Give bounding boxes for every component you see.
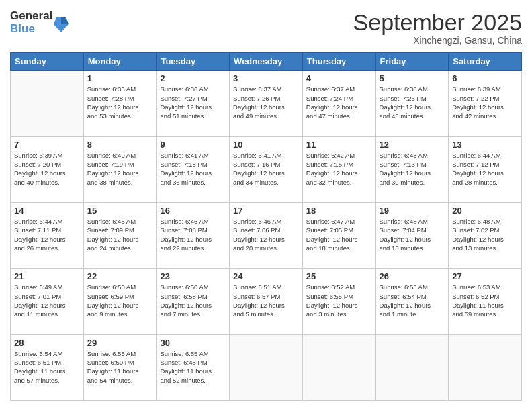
page: General Blue September 2025 Xinchengzi, … [0,0,532,411]
calendar-cell: 25Sunrise: 6:52 AM Sunset: 6:55 PM Dayli… [302,269,375,334]
logo-general: General [10,10,52,23]
day-number: 16 [160,205,226,216]
day-number: 2 [160,73,226,83]
day-header-friday: Friday [375,53,449,71]
calendar-cell: 16Sunrise: 6:46 AM Sunset: 7:08 PM Dayli… [157,203,230,269]
day-number: 27 [452,271,518,281]
cell-info: Sunrise: 6:36 AM Sunset: 7:27 PM Dayligh… [160,85,226,120]
day-number: 29 [87,338,153,348]
calendar-cell: 30Sunrise: 6:55 AM Sunset: 6:48 PM Dayli… [157,334,230,400]
calendar-cell: 24Sunrise: 6:51 AM Sunset: 6:57 PM Dayli… [230,269,303,334]
day-number: 10 [233,140,299,150]
logo: General Blue [10,10,69,35]
day-number: 4 [306,73,372,83]
calendar-cell: 28Sunrise: 6:54 AM Sunset: 6:51 PM Dayli… [11,334,84,400]
cell-info: Sunrise: 6:41 AM Sunset: 7:18 PM Dayligh… [160,151,226,187]
calendar-cell [302,334,375,400]
day-header-sunday: Sunday [11,53,84,71]
day-number: 8 [87,140,153,150]
day-number: 6 [452,73,518,83]
calendar-cell: 11Sunrise: 6:42 AM Sunset: 7:15 PM Dayli… [302,136,375,202]
calendar-cell: 6Sunrise: 6:39 AM Sunset: 7:22 PM Daylig… [449,71,522,136]
cell-info: Sunrise: 6:38 AM Sunset: 7:23 PM Dayligh… [380,85,445,120]
calendar-cell: 19Sunrise: 6:48 AM Sunset: 7:04 PM Dayli… [375,203,449,269]
svg-marker-1 [61,17,69,24]
calendar-cell [11,71,84,136]
cell-info: Sunrise: 6:55 AM Sunset: 6:50 PM Dayligh… [87,349,153,385]
day-number: 12 [380,140,445,150]
cell-info: Sunrise: 6:44 AM Sunset: 7:12 PM Dayligh… [452,151,518,187]
calendar-cell: 18Sunrise: 6:47 AM Sunset: 7:05 PM Dayli… [302,203,375,269]
calendar-cell: 27Sunrise: 6:53 AM Sunset: 6:52 PM Dayli… [449,269,522,334]
calendar-table: SundayMondayTuesdayWednesdayThursdayFrid… [10,52,522,401]
calendar-cell: 4Sunrise: 6:37 AM Sunset: 7:24 PM Daylig… [302,71,375,136]
cell-info: Sunrise: 6:53 AM Sunset: 6:54 PM Dayligh… [380,283,445,318]
day-number: 26 [380,271,445,281]
cell-info: Sunrise: 6:35 AM Sunset: 7:28 PM Dayligh… [87,85,153,120]
calendar-cell: 7Sunrise: 6:39 AM Sunset: 7:20 PM Daylig… [11,136,84,202]
day-number: 3 [233,73,299,83]
calendar-cell: 26Sunrise: 6:53 AM Sunset: 6:54 PM Dayli… [375,269,449,334]
cell-info: Sunrise: 6:39 AM Sunset: 7:22 PM Dayligh… [452,85,518,120]
day-number: 7 [14,140,80,150]
day-header-thursday: Thursday [302,53,375,71]
calendar-cell: 5Sunrise: 6:38 AM Sunset: 7:23 PM Daylig… [375,71,449,136]
day-number: 25 [306,271,372,281]
logo-text: General Blue [10,10,52,35]
calendar-cell: 3Sunrise: 6:37 AM Sunset: 7:26 PM Daylig… [230,71,303,136]
day-number: 24 [233,271,299,281]
calendar-cell: 23Sunrise: 6:50 AM Sunset: 6:58 PM Dayli… [157,269,230,334]
calendar-cell [449,334,522,400]
cell-info: Sunrise: 6:44 AM Sunset: 7:11 PM Dayligh… [14,217,80,253]
calendar-cell: 12Sunrise: 6:43 AM Sunset: 7:13 PM Dayli… [375,136,449,202]
cell-info: Sunrise: 6:50 AM Sunset: 6:58 PM Dayligh… [160,283,226,318]
cell-info: Sunrise: 6:40 AM Sunset: 7:19 PM Dayligh… [87,151,153,187]
cell-info: Sunrise: 6:37 AM Sunset: 7:24 PM Dayligh… [306,85,372,120]
calendar-cell: 1Sunrise: 6:35 AM Sunset: 7:28 PM Daylig… [83,71,157,136]
calendar-cell: 8Sunrise: 6:40 AM Sunset: 7:19 PM Daylig… [83,136,157,202]
cell-info: Sunrise: 6:43 AM Sunset: 7:13 PM Dayligh… [380,151,445,187]
day-number: 19 [380,205,445,216]
cell-info: Sunrise: 6:42 AM Sunset: 7:15 PM Dayligh… [306,151,372,187]
day-header-monday: Monday [83,53,157,71]
logo-icon [54,15,69,32]
calendar-cell: 13Sunrise: 6:44 AM Sunset: 7:12 PM Dayli… [449,136,522,202]
title-block: September 2025 Xinchengzi, Gansu, China [353,10,522,46]
day-number: 22 [87,271,153,281]
calendar-cell: 14Sunrise: 6:44 AM Sunset: 7:11 PM Dayli… [11,203,84,269]
logo-blue: Blue [10,23,52,36]
cell-info: Sunrise: 6:47 AM Sunset: 7:05 PM Dayligh… [306,217,372,253]
calendar-cell: 22Sunrise: 6:50 AM Sunset: 6:59 PM Dayli… [83,269,157,334]
day-number: 15 [87,205,153,216]
day-number: 20 [452,205,518,216]
day-number: 17 [233,205,299,216]
day-number: 21 [14,271,80,281]
day-number: 18 [306,205,372,216]
day-number: 14 [14,205,80,216]
month-title: September 2025 [353,10,522,35]
cell-info: Sunrise: 6:41 AM Sunset: 7:16 PM Dayligh… [233,151,299,187]
calendar-cell [230,334,303,400]
cell-info: Sunrise: 6:53 AM Sunset: 6:52 PM Dayligh… [452,283,518,318]
header: General Blue September 2025 Xinchengzi, … [10,10,522,46]
cell-info: Sunrise: 6:39 AM Sunset: 7:20 PM Dayligh… [14,151,80,187]
cell-info: Sunrise: 6:37 AM Sunset: 7:26 PM Dayligh… [233,85,299,120]
cell-info: Sunrise: 6:45 AM Sunset: 7:09 PM Dayligh… [87,217,153,253]
cell-info: Sunrise: 6:54 AM Sunset: 6:51 PM Dayligh… [14,349,80,385]
cell-info: Sunrise: 6:55 AM Sunset: 6:48 PM Dayligh… [160,349,226,385]
calendar-cell: 20Sunrise: 6:48 AM Sunset: 7:02 PM Dayli… [449,203,522,269]
calendar-cell [375,334,449,400]
cell-info: Sunrise: 6:49 AM Sunset: 7:01 PM Dayligh… [14,283,80,318]
day-number: 9 [160,140,226,150]
calendar-cell: 10Sunrise: 6:41 AM Sunset: 7:16 PM Dayli… [230,136,303,202]
day-number: 5 [380,73,445,83]
calendar-cell: 17Sunrise: 6:46 AM Sunset: 7:06 PM Dayli… [230,203,303,269]
day-number: 23 [160,271,226,281]
calendar-cell: 2Sunrise: 6:36 AM Sunset: 7:27 PM Daylig… [157,71,230,136]
day-number: 30 [160,338,226,348]
cell-info: Sunrise: 6:48 AM Sunset: 7:04 PM Dayligh… [380,217,445,253]
cell-info: Sunrise: 6:46 AM Sunset: 7:08 PM Dayligh… [160,217,226,253]
day-number: 1 [87,73,153,83]
day-header-tuesday: Tuesday [157,53,230,71]
cell-info: Sunrise: 6:51 AM Sunset: 6:57 PM Dayligh… [233,283,299,318]
